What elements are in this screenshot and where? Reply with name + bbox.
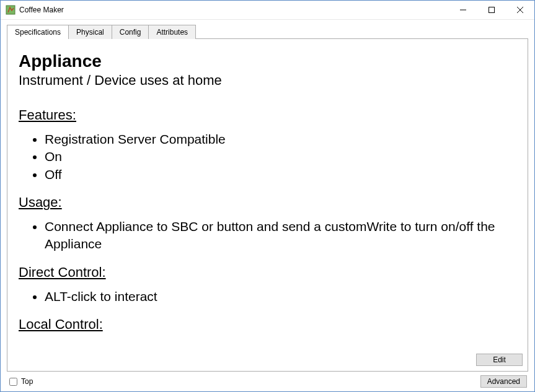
doc-subtitle: Instrument / Device uses at home bbox=[19, 72, 513, 89]
list-item: On bbox=[45, 148, 513, 165]
svg-rect-2 bbox=[489, 7, 495, 13]
doc-scroll[interactable]: Appliance Instrument / Device uses at ho… bbox=[7, 39, 528, 350]
content-panel: Appliance Instrument / Device uses at ho… bbox=[7, 39, 528, 350]
list-item: ALT-click to interact bbox=[45, 288, 513, 305]
maximize-button[interactable] bbox=[477, 1, 506, 19]
list-item: Registration Server Compatible bbox=[45, 131, 513, 148]
tabstrip: Specifications Physical Config Attribute… bbox=[7, 25, 528, 39]
footer: Top Advanced bbox=[7, 372, 528, 388]
top-checkbox-label: Top bbox=[21, 377, 33, 386]
window-title: Coffee Maker bbox=[19, 6, 449, 14]
svg-rect-0 bbox=[6, 6, 15, 14]
usage-heading: Usage: bbox=[19, 194, 513, 211]
close-button[interactable] bbox=[506, 1, 534, 19]
client-area: Specifications Physical Config Attribute… bbox=[1, 20, 534, 391]
direct-control-list: ALT-click to interact bbox=[45, 288, 513, 305]
top-checkbox[interactable]: Top bbox=[9, 377, 33, 386]
edit-button[interactable]: Edit bbox=[476, 354, 523, 366]
tab-attributes[interactable]: Attributes bbox=[148, 25, 196, 39]
panel-footer: Edit bbox=[7, 350, 528, 371]
minimize-button[interactable] bbox=[449, 1, 477, 19]
window-controls bbox=[449, 1, 534, 19]
list-item: Connect Appliance to SBC or button and s… bbox=[45, 218, 513, 253]
top-checkbox-input[interactable] bbox=[9, 378, 17, 386]
tab-physical[interactable]: Physical bbox=[68, 25, 112, 39]
local-control-heading: Local Control: bbox=[19, 316, 513, 333]
features-heading: Features: bbox=[19, 107, 513, 123]
advanced-button[interactable]: Advanced bbox=[480, 375, 527, 388]
titlebar: Coffee Maker bbox=[1, 1, 534, 20]
features-list: Registration Server Compatible On Off bbox=[45, 131, 513, 183]
tab-config[interactable]: Config bbox=[112, 25, 149, 39]
doc-heading: Appliance bbox=[19, 51, 513, 71]
tab-panel: Appliance Instrument / Device uses at ho… bbox=[7, 38, 528, 372]
list-item: Off bbox=[45, 166, 513, 183]
direct-control-heading: Direct Control: bbox=[19, 264, 513, 281]
app-icon bbox=[6, 5, 15, 15]
tab-specifications[interactable]: Specifications bbox=[7, 25, 69, 39]
usage-list: Connect Appliance to SBC or button and s… bbox=[45, 218, 513, 253]
